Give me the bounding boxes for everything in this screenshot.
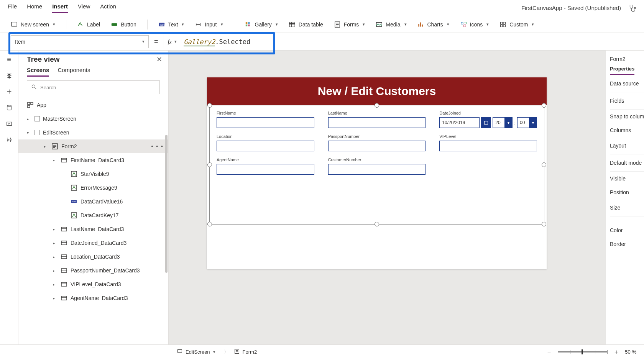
custom-button[interactable]: Custom ▾ <box>499 21 534 28</box>
chevron-down-icon[interactable]: ▾ <box>27 131 31 135</box>
chevron-down-icon[interactable]: ▾ <box>44 144 48 149</box>
button-button[interactable]: Button <box>111 21 136 28</box>
icons-button[interactable]: Icons ▾ <box>460 21 489 28</box>
field-lastname[interactable]: LastName <box>328 110 426 128</box>
slider-knob[interactable] <box>582 349 583 354</box>
prop-data-source[interactable]: Data source <box>610 75 644 92</box>
media-button[interactable]: Media ▾ <box>376 21 406 28</box>
tree-item-form2[interactable]: ▾ Form2 • • • <box>18 139 168 153</box>
resize-handle[interactable] <box>375 222 379 226</box>
field-customernumber[interactable]: CustomerNumber <box>328 157 426 175</box>
prop-border[interactable]: Border <box>610 237 644 251</box>
chevron-right-icon[interactable]: ▸ <box>53 255 58 259</box>
zoom-out-button[interactable]: − <box>546 349 552 356</box>
chevron-right-icon[interactable]: ▸ <box>53 296 58 300</box>
tab-screens[interactable]: Screens <box>27 67 49 77</box>
resize-handle[interactable] <box>375 103 379 108</box>
new-screen-button[interactable]: New screen ▾ <box>11 21 55 28</box>
text-input[interactable] <box>328 117 426 128</box>
tree-item-starvisible[interactable]: StarVisible9 <box>18 167 168 181</box>
tree-item-errormessage[interactable]: ErrorMessage9 <box>18 181 168 195</box>
charts-button[interactable]: Charts ▾ <box>417 21 449 28</box>
resize-handle[interactable] <box>207 222 212 226</box>
prop-layout[interactable]: Layout <box>610 137 644 154</box>
minute-dropdown[interactable]: 00▾ <box>517 117 537 128</box>
tree-item-agentname-card[interactable]: ▸ AgentName_DataCard3 <box>18 291 168 305</box>
menu-file[interactable]: File <box>8 3 17 13</box>
field-datejoined[interactable]: DateJoined 10/20/2019 20▾ : 00▾ <box>439 110 537 128</box>
prop-snap[interactable]: Snap to columns <box>610 110 644 123</box>
insert-rail-icon[interactable] <box>5 87 13 96</box>
resize-handle[interactable] <box>542 103 546 108</box>
field-agentname[interactable]: AgentName <box>217 157 314 175</box>
chevron-right-icon[interactable]: ▸ <box>53 269 58 273</box>
tree-item-datacardvalue[interactable]: Abc DataCardValue16 <box>18 195 168 208</box>
menu-action[interactable]: Action <box>100 3 116 13</box>
chevron-down-icon[interactable]: ▾ <box>213 349 215 354</box>
text-input[interactable] <box>439 141 537 151</box>
media-rail-icon[interactable] <box>5 120 13 128</box>
chevron-right-icon[interactable]: ▸ <box>53 241 58 245</box>
data-rail-icon[interactable] <box>5 103 13 112</box>
input-button[interactable]: Input ▾ <box>195 21 223 28</box>
text-input[interactable] <box>328 141 426 151</box>
field-viplevel[interactable]: VIPLevel <box>439 133 537 151</box>
tree-item-datacardkey[interactable]: DataCardKey17 <box>18 208 168 222</box>
resize-handle[interactable] <box>207 103 212 108</box>
canvas-screen[interactable]: New / Edit Customers FirstName LastName <box>207 77 547 269</box>
label-button[interactable]: Label <box>77 21 100 28</box>
canvas[interactable]: New / Edit Customers FirstName LastName <box>169 51 606 344</box>
property-selector[interactable]: Item ▾ <box>11 35 149 48</box>
tree-item-editscreen[interactable]: ▾ EditScreen <box>18 126 168 139</box>
scrollbar-thumb[interactable] <box>165 135 168 273</box>
checkbox[interactable] <box>34 116 40 121</box>
breadcrumb-screen[interactable]: EditScreen ▾ <box>172 345 221 359</box>
tab-properties[interactable]: Properties <box>610 66 634 75</box>
field-firstname[interactable]: FirstName <box>217 110 314 128</box>
tree-item-passport-card[interactable]: ▸ PassportNumber_DataCard3 <box>18 264 168 277</box>
formula-input[interactable]: Gallery2.Selected <box>181 38 633 46</box>
zoom-slider[interactable] <box>558 351 608 352</box>
text-input[interactable] <box>217 141 314 151</box>
date-input[interactable]: 10/20/2019 <box>439 117 480 128</box>
text-input[interactable] <box>328 164 426 175</box>
chevron-right-icon[interactable]: ▸ <box>53 227 58 231</box>
text-input[interactable] <box>217 164 314 175</box>
form2-selection[interactable]: FirstName LastName DateJoined 10/20/2019… <box>209 105 544 225</box>
tree-item-app[interactable]: App <box>18 98 168 112</box>
gallery-button[interactable]: Gallery ▾ <box>245 21 278 28</box>
tab-components[interactable]: Components <box>58 67 90 77</box>
field-passport[interactable]: PassportNumber <box>328 133 426 151</box>
tree-item-datejoined-card[interactable]: ▸ DateJoined_DataCard3 <box>18 236 168 250</box>
resize-handle[interactable] <box>542 222 546 226</box>
tree-item-location-card[interactable]: ▸ Location_DataCard3 <box>18 250 168 264</box>
menu-view[interactable]: View <box>78 3 90 13</box>
prop-default-mode[interactable]: Default mode <box>610 154 644 172</box>
checkbox[interactable] <box>34 130 40 135</box>
chevron-right-icon[interactable]: ▸ <box>53 282 58 287</box>
chevron-down-icon[interactable]: ▾ <box>53 158 58 162</box>
hour-dropdown[interactable]: 20▾ <box>493 117 513 128</box>
app-checker-icon[interactable] <box>628 4 636 12</box>
tree-view-rail-icon[interactable] <box>5 71 13 80</box>
menu-insert[interactable]: Insert <box>52 3 68 13</box>
fx-button[interactable]: fx ▾ <box>164 35 181 48</box>
tree-item-firstname-card[interactable]: ▾ FirstName_DataCard3 <box>18 153 168 167</box>
prop-fields[interactable]: Fields <box>610 92 644 110</box>
prop-columns[interactable]: Columns <box>610 123 644 137</box>
advanced-rail-icon[interactable] <box>5 136 13 144</box>
prop-color[interactable]: Color <box>610 223 644 237</box>
field-location[interactable]: Location <box>217 133 314 151</box>
search-input[interactable]: Search <box>27 80 160 94</box>
calendar-icon[interactable] <box>481 117 491 128</box>
forms-button[interactable]: Forms ▾ <box>334 21 365 28</box>
prop-size[interactable]: Size <box>610 199 644 216</box>
data-table-button[interactable]: Data table <box>289 21 323 28</box>
menu-home[interactable]: Home <box>27 3 42 13</box>
tree-item-lastname-card[interactable]: ▸ LastName_DataCard3 <box>18 222 168 236</box>
close-icon[interactable]: ✕ <box>156 55 162 64</box>
resize-handle[interactable] <box>207 162 212 167</box>
tree-item-viplevel-card[interactable]: ▸ VIPLevel_DataCard3 <box>18 277 168 291</box>
zoom-in-button[interactable]: + <box>613 349 619 356</box>
prop-position[interactable]: Position <box>610 185 644 199</box>
